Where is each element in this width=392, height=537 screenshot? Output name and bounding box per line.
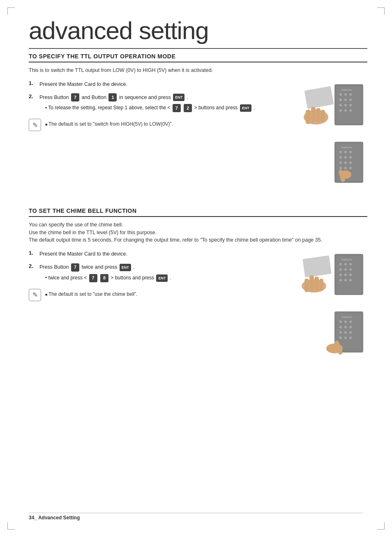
svg-point-48 [349,274,352,276]
svg-point-30 [344,161,347,164]
svg-point-4 [349,93,352,96]
s2-d3: The default output time is 5 seconds. Fo… [29,236,367,244]
key-7-sub: 7 [173,104,181,112]
step2-prefix: Press Button [39,94,70,100]
svg-point-41 [344,263,347,265]
corner-mark-tl [7,7,15,15]
s2-step2-end: . [133,264,134,270]
svg-point-3 [344,93,347,96]
s2-d1: You can specify the use of the chime bel… [29,221,367,229]
svg-point-68 [344,331,347,334]
key-2-sub: 2 [184,104,192,112]
svg-point-24 [344,151,347,153]
svg-rect-14 [304,86,334,109]
section-chime-bell: TO SET THE CHIME BELL FUNCTION You can s… [29,207,367,361]
page-title: advanced setting [29,16,367,49]
section2-desc1: You can specify the use of the chime bel… [29,221,367,244]
section2-content: 1. Present the Master Card to the device… [29,250,277,361]
section1-step2: 2. Press Button 7 and Button 1 in sequen… [29,93,277,113]
svg-point-61 [339,320,342,323]
key-7-s2-sub: 7 [89,274,97,282]
ent-btn-2: ENT [240,104,251,112]
svg-point-45 [349,268,352,271]
svg-rect-17 [311,107,316,122]
svg-point-8 [339,104,342,106]
step1-text: Present the Master Card to the device. [39,80,127,88]
svg-point-7 [349,99,352,101]
corner-mark-br [377,522,385,530]
section2-body: 1. Present the Master Card to the device… [29,250,367,361]
svg-rect-18 [316,108,321,122]
device-img-1: SAMSUNG [295,80,367,134]
note2-text: The default is set to "use the chime bel… [45,289,138,298]
svg-point-13 [349,109,352,112]
svg-point-74 [326,343,343,353]
svg-rect-55 [309,275,314,291]
section1-images: SAMSUNG [285,80,367,191]
svg-point-71 [344,336,347,339]
svg-point-63 [349,320,352,323]
section1-title: TO SPECIFY THE TTL OUTPUT OPERATION MODE [29,53,367,62]
key-8-s2-sub: 8 [100,274,108,282]
s2-sub-end: . [170,275,171,281]
step2-mid: and Button [82,94,108,100]
svg-point-40 [339,263,342,265]
section1-body: 1. Present the Master Card to the device… [29,80,367,191]
page: advanced setting TO SPECIFY THE TTL OUTP… [0,0,392,537]
svg-text:SAMSUNG: SAMSUNG [341,316,352,318]
key-7-btn: 7 [71,93,79,101]
s2-step2-prefix: Press Button [39,264,70,270]
key-7-s2: 7 [71,263,79,272]
svg-rect-54 [304,279,309,292]
svg-rect-16 [306,110,311,124]
section2-note: ✎ The default is set to "use the chime b… [29,289,277,301]
section2-sub: twice and press < 7 8 > buttons and pres… [39,274,171,282]
sub1-end: . [254,105,255,111]
svg-point-10 [349,104,352,106]
sub1-suffix: > buttons and press [194,105,239,111]
svg-point-69 [349,331,352,334]
svg-point-49 [339,279,342,281]
svg-point-51 [349,279,352,281]
step2-period: . [187,94,188,100]
svg-point-44 [344,268,347,271]
s2-d2: Use the chime bell in the TTL level (5V)… [29,229,367,237]
device-img-4: SAMSUNG [295,307,367,361]
s2-sub-suffix: > buttons and press [111,275,155,281]
svg-point-28 [349,156,352,159]
footer-line [29,513,363,513]
svg-point-26 [339,156,342,159]
s2-step1-text: Present the Master Card to the device. [39,250,127,258]
step2-num: 2. [29,93,37,113]
step1-num: 1. [29,80,37,88]
ent-btn-s2-sub: ENT [156,274,168,282]
svg-rect-57 [319,279,323,291]
sub1-prefix: To release the setting, repeat Step 1 ab… [48,105,170,111]
svg-point-72 [349,336,352,339]
svg-point-67 [339,331,342,334]
svg-text:SAMSUNG: SAMSUNG [341,146,352,149]
corner-mark-bl [7,522,15,530]
s2-step2-mid: twice and press [82,264,119,270]
section1-step1: 1. Present the Master Card to the device… [29,80,277,88]
svg-point-50 [344,279,347,281]
svg-point-62 [344,320,347,323]
s2-step2-content: Press Button 7 twice and press ENT . twi… [39,263,171,282]
svg-point-65 [344,326,347,328]
s2-step2-num: 2. [29,263,37,282]
key-1-btn: 1 [108,93,117,101]
device-img-2: SAMSUNG [295,138,367,191]
svg-rect-56 [314,277,319,291]
svg-point-31 [349,161,352,164]
svg-point-29 [339,161,342,164]
svg-point-25 [349,151,352,153]
svg-point-46 [339,274,342,276]
svg-point-66 [349,326,352,328]
s2-sub-prefix: twice and press < [48,275,87,281]
section2-images: SAMSUNG [285,250,367,361]
svg-point-2 [339,93,342,96]
svg-point-70 [339,336,342,339]
svg-point-43 [339,268,342,271]
section2-step1: 1. Present the Master Card to the device… [29,250,277,258]
step2-end: in sequence and press [119,94,172,100]
